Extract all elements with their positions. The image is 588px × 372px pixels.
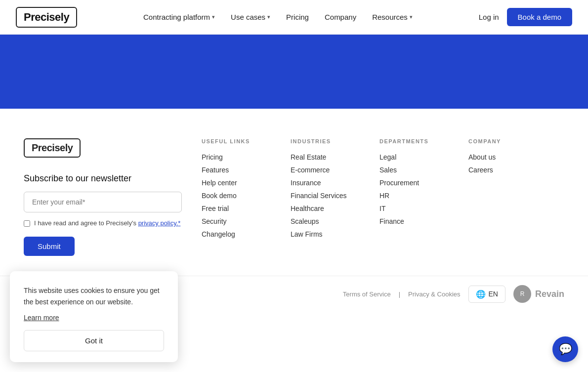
chevron-down-icon: ▾ <box>410 14 413 20</box>
login-button[interactable]: Log in <box>479 13 499 21</box>
industries-col: INDUSTRIES Real Estate E-commerce Insura… <box>291 138 350 256</box>
cookie-banner: This website uses cookies to ensure you … <box>10 271 178 312</box>
link-pricing[interactable]: Pricing <box>202 153 261 161</box>
footer-columns: USEFUL LINKS Pricing Features Help cente… <box>202 138 564 256</box>
link-it[interactable]: IT <box>379 205 439 212</box>
link-help-center[interactable]: Help center <box>202 179 261 187</box>
link-changelog[interactable]: Changelog <box>202 230 261 238</box>
link-legal[interactable]: Legal <box>379 153 439 161</box>
link-scaleups[interactable]: Scaleups <box>291 217 350 225</box>
footer-brand: Precisely Subscribe to our newsletter I … <box>24 138 182 256</box>
link-security[interactable]: Security <box>202 217 261 225</box>
email-input[interactable] <box>24 192 182 212</box>
chevron-down-icon: ▾ <box>212 14 215 20</box>
company-col: COMPANY About us Careers <box>468 138 528 256</box>
link-financial-services[interactable]: Financial Services <box>291 192 350 200</box>
nav-resources[interactable]: Resources ▾ <box>372 13 413 21</box>
navbar-actions: Log in Book a demo <box>479 8 572 26</box>
globe-icon: 🌐 <box>476 289 486 299</box>
footer-body: Precisely Subscribe to our newsletter I … <box>0 109 588 276</box>
terms-link[interactable]: Terms of Service <box>343 290 391 298</box>
useful-links-col: USEFUL LINKS Pricing Features Help cente… <box>202 138 261 256</box>
nav-contracting-platform[interactable]: Contracting platform ▾ <box>143 13 215 21</box>
hero-strip <box>0 35 588 109</box>
industries-title: INDUSTRIES <box>291 138 350 144</box>
navbar: Precisely Contracting platform ▾ Use cas… <box>0 0 588 35</box>
company-title: COMPANY <box>468 138 528 144</box>
navbar-links: Contracting platform ▾ Use cases ▾ Prici… <box>143 13 413 21</box>
submit-button[interactable]: Submit <box>24 237 75 256</box>
privacy-cookies-link[interactable]: Privacy & Cookies <box>408 290 460 298</box>
footer-bottom-right: Terms of Service | Privacy & Cookies 🌐 E… <box>343 285 564 303</box>
link-finance[interactable]: Finance <box>379 217 439 225</box>
link-hr[interactable]: HR <box>379 192 439 200</box>
link-features[interactable]: Features <box>202 166 261 174</box>
useful-links-title: USEFUL LINKS <box>202 138 261 144</box>
newsletter-title: Subscribe to our newsletter <box>24 173 182 184</box>
cookie-text: This website uses cookies to ensure you … <box>24 285 164 307</box>
link-careers[interactable]: Careers <box>468 166 528 174</box>
footer-logo: Precisely <box>24 138 81 158</box>
chevron-down-icon: ▾ <box>267 14 270 20</box>
link-free-trial[interactable]: Free trial <box>202 205 261 212</box>
link-about-us[interactable]: About us <box>468 153 528 161</box>
privacy-checkbox[interactable] <box>24 220 30 227</box>
link-insurance[interactable]: Insurance <box>291 179 350 187</box>
link-real-estate[interactable]: Real Estate <box>291 153 350 161</box>
revain-logo-icon: R <box>513 285 531 303</box>
nav-pricing[interactable]: Pricing <box>286 13 309 21</box>
language-button[interactable]: 🌐 EN <box>468 286 505 303</box>
link-book-demo[interactable]: Book demo <box>202 192 261 200</box>
revain-label: Revain <box>535 289 564 299</box>
link-law-firms[interactable]: Law Firms <box>291 230 350 238</box>
nav-use-cases[interactable]: Use cases ▾ <box>231 13 270 21</box>
privacy-policy-link[interactable]: privacy policy.* <box>138 219 181 227</box>
book-demo-button[interactable]: Book a demo <box>507 8 572 26</box>
link-sales[interactable]: Sales <box>379 166 439 174</box>
link-procurement[interactable]: Procurement <box>379 179 439 187</box>
privacy-row: I have read and agree to Precisely's pri… <box>24 219 182 227</box>
link-ecommerce[interactable]: E-commerce <box>291 166 350 174</box>
revain-badge: R Revain <box>513 285 564 303</box>
navbar-logo[interactable]: Precisely <box>16 7 77 28</box>
nav-company[interactable]: Company <box>325 13 356 21</box>
departments-title: DEPARTMENTS <box>379 138 439 144</box>
departments-col: DEPARTMENTS Legal Sales Procurement HR I… <box>379 138 439 256</box>
link-healthcare[interactable]: Healthcare <box>291 205 350 212</box>
